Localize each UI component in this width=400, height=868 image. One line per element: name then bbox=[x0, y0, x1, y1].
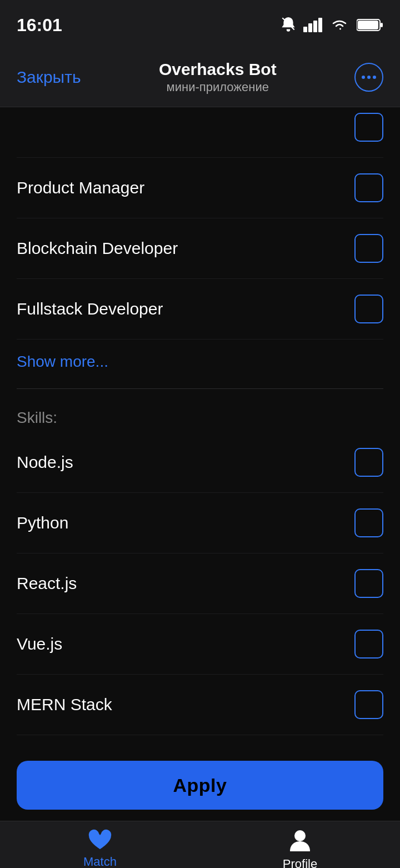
signal-icon bbox=[303, 18, 322, 32]
menu-button[interactable] bbox=[354, 63, 383, 92]
scroll-content: Product Manager Blockchain Developer Ful… bbox=[0, 107, 400, 749]
svg-point-9 bbox=[373, 76, 376, 79]
skill-checkbox-3[interactable] bbox=[354, 630, 383, 659]
skill-checkbox-1[interactable] bbox=[354, 508, 383, 537]
skill-label: Python bbox=[17, 513, 68, 532]
person-icon bbox=[289, 829, 311, 854]
app-header: Закрыть Overhacks Bot мини-приложение bbox=[0, 50, 400, 107]
skill-label: React.js bbox=[17, 574, 77, 593]
list-item: Vue.js bbox=[17, 614, 383, 675]
close-button[interactable]: Закрыть bbox=[17, 68, 81, 87]
role-label: Blockchain Developer bbox=[17, 239, 178, 258]
role-checkbox-1[interactable] bbox=[354, 234, 383, 263]
svg-rect-2 bbox=[313, 21, 317, 32]
tab-profile-label: Profile bbox=[283, 857, 317, 868]
list-item: Blockchain Developer bbox=[17, 218, 383, 279]
role-label: Fullstack Developer bbox=[17, 300, 163, 318]
roles-show-more[interactable]: Show more... bbox=[17, 340, 383, 386]
partial-role-item bbox=[17, 107, 383, 158]
role-checkbox-2[interactable] bbox=[354, 295, 383, 323]
wifi-icon bbox=[330, 18, 349, 32]
skill-label: Node.js bbox=[17, 453, 73, 472]
svg-rect-1 bbox=[308, 23, 312, 32]
skills-section-label: Skills: bbox=[17, 400, 383, 432]
role-checkbox-0[interactable] bbox=[354, 173, 383, 202]
svg-rect-6 bbox=[358, 21, 378, 29]
skill-label: Vue.js bbox=[17, 635, 62, 654]
skill-checkbox-2[interactable] bbox=[354, 569, 383, 598]
bell-mute-icon bbox=[281, 17, 296, 33]
svg-rect-0 bbox=[303, 27, 307, 32]
status-icons bbox=[281, 17, 383, 33]
heart-icon bbox=[88, 829, 112, 851]
battery-icon bbox=[357, 18, 383, 32]
tab-match-label: Match bbox=[83, 855, 117, 868]
list-item: Fullstack Developer bbox=[17, 279, 383, 340]
partial-role-checkbox[interactable] bbox=[354, 113, 383, 142]
header-title-group: Overhacks Bot мини-приложение bbox=[159, 60, 277, 94]
svg-point-10 bbox=[294, 830, 306, 841]
apply-button[interactable]: Apply bbox=[17, 761, 383, 810]
svg-point-8 bbox=[367, 76, 371, 79]
svg-point-7 bbox=[362, 76, 365, 79]
app-title: Overhacks Bot bbox=[159, 60, 277, 79]
svg-rect-3 bbox=[318, 18, 322, 32]
skill-checkbox-0[interactable] bbox=[354, 448, 383, 477]
apply-area: Apply bbox=[0, 749, 400, 821]
tab-profile[interactable]: Profile bbox=[256, 829, 344, 868]
bottom-nav: Match Profile bbox=[0, 821, 400, 868]
skill-checkbox-4[interactable] bbox=[354, 690, 383, 719]
svg-rect-5 bbox=[381, 23, 383, 27]
status-bar: 16:01 bbox=[0, 0, 400, 50]
list-item: MERN Stack bbox=[17, 675, 383, 735]
app-subtitle: мини-приложение bbox=[159, 80, 277, 94]
list-item: Product Manager bbox=[17, 158, 383, 218]
more-icon bbox=[362, 75, 376, 79]
skill-label: MERN Stack bbox=[17, 695, 112, 714]
role-label: Product Manager bbox=[17, 178, 144, 197]
list-item: Python bbox=[17, 493, 383, 553]
skills-show-more[interactable]: Show more... bbox=[17, 735, 383, 749]
status-time: 16:01 bbox=[17, 15, 62, 36]
roles-skills-divider bbox=[17, 388, 383, 389]
tab-match[interactable]: Match bbox=[56, 829, 144, 868]
list-item: Node.js bbox=[17, 432, 383, 493]
list-item: React.js bbox=[17, 553, 383, 614]
